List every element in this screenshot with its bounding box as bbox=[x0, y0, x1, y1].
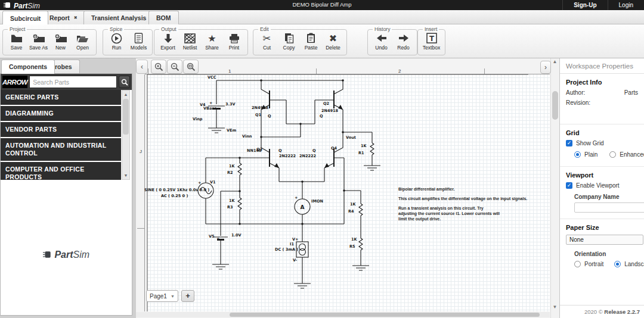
schematic-label: R5 bbox=[349, 244, 355, 249]
scroll-down-icon[interactable]: ▼ bbox=[122, 172, 129, 179]
schematic-canvas[interactable]: 1 2 J bbox=[136, 58, 559, 318]
cut-button[interactable]: ✂Cut bbox=[256, 31, 278, 55]
schematic-label: 1K bbox=[229, 164, 236, 169]
scroll-down-icon[interactable]: ▼ bbox=[551, 304, 559, 311]
enable-viewport-checkbox[interactable]: ✓ bbox=[566, 182, 572, 189]
schematic-label: Q4 bbox=[331, 146, 338, 151]
left-arrow-icon bbox=[376, 32, 387, 45]
zoom-fit-icon bbox=[187, 63, 196, 71]
scrollbar-thumb[interactable] bbox=[552, 91, 558, 120]
horizontal-scrollbar[interactable] bbox=[136, 312, 550, 317]
schematic-label: 2N4918 bbox=[252, 105, 269, 110]
open-button[interactable]: Open bbox=[72, 31, 94, 55]
login-button[interactable]: Login bbox=[608, 0, 644, 10]
download-arrow-icon bbox=[163, 32, 173, 45]
open-folder-icon bbox=[76, 32, 89, 45]
schematic-label: 2N4918 bbox=[321, 108, 339, 113]
netlist-button[interactable]: Netlist bbox=[179, 31, 201, 55]
paste-button[interactable]: Paste bbox=[300, 31, 322, 55]
arrow-logo: ARROW bbox=[2, 76, 27, 88]
grid-plain-radio[interactable] bbox=[574, 151, 581, 158]
folder-new-icon bbox=[54, 32, 67, 45]
toolbar-group-history: History Undo Redo bbox=[367, 29, 417, 55]
run-button[interactable]: Run bbox=[106, 31, 128, 55]
signup-button[interactable]: Sign-Up bbox=[562, 0, 607, 10]
undo-button[interactable]: Undo bbox=[370, 31, 392, 55]
tab-subcircuit[interactable]: Subcircuit bbox=[2, 11, 48, 25]
export-button[interactable]: Export bbox=[157, 31, 179, 55]
release-footer: 2020 © Release 2.2.7 bbox=[560, 305, 644, 318]
scroll-up-icon[interactable]: ▲ bbox=[122, 91, 129, 98]
zoom-in-button[interactable] bbox=[151, 60, 166, 74]
toolbar: Project Save Save As New Open Spice Run … bbox=[0, 24, 644, 58]
schematic-label: Q bbox=[268, 114, 271, 119]
category-diagramming[interactable]: DIAGRAMMING bbox=[1, 106, 121, 121]
company-name-input[interactable] bbox=[574, 202, 644, 213]
category-generic-parts[interactable]: GENERIC PARTS bbox=[1, 90, 121, 105]
save-button[interactable]: Save bbox=[5, 31, 27, 55]
document-title: DEMO Bipolar Diff Amp bbox=[0, 1, 644, 8]
new-button[interactable]: New bbox=[49, 31, 72, 55]
schematic-label: R1 bbox=[358, 151, 364, 155]
add-page-button[interactable]: + bbox=[181, 290, 194, 302]
category-vendor-parts[interactable]: VENDOR PARTS bbox=[1, 122, 121, 137]
save-as-button[interactable]: Save As bbox=[27, 31, 49, 55]
textbox-button[interactable]: TTextbox bbox=[420, 31, 442, 55]
schematic-label: VCC bbox=[208, 75, 216, 80]
schematic-label: R3 bbox=[227, 205, 233, 210]
print-button[interactable]: Print bbox=[223, 31, 245, 55]
revision-label: Revision: bbox=[566, 99, 590, 106]
portrait-radio[interactable] bbox=[574, 261, 581, 267]
schematic-label: Q bbox=[312, 148, 316, 153]
landscape-radio[interactable] bbox=[614, 261, 621, 267]
paper-size-select[interactable]: None bbox=[566, 235, 643, 245]
schematic-label: Q bbox=[320, 114, 323, 119]
top-bar: PartSim DEMO Bipolar Diff Amp Sign-Up Lo… bbox=[0, 0, 644, 10]
schematic-label: V5 bbox=[209, 234, 215, 239]
folder-plus-icon bbox=[32, 32, 45, 45]
category-computer-office[interactable]: COMPUTER AND OFFICE PRODUCTS bbox=[1, 162, 121, 180]
author-label: Author: bbox=[566, 89, 585, 96]
orientation-label: Orientation bbox=[574, 251, 638, 257]
show-grid-checkbox[interactable]: ✓ bbox=[566, 140, 572, 146]
vertical-scrollbar[interactable]: ▲ ▼ bbox=[550, 58, 559, 318]
tab-components[interactable]: Components bbox=[1, 60, 55, 74]
grid-section: Grid ✓Show Grid Plain Enhanced bbox=[560, 124, 644, 167]
collapse-right-panel-button[interactable]: › bbox=[540, 61, 551, 74]
ammeter-letter: A bbox=[301, 204, 305, 210]
right-arrow-icon bbox=[398, 32, 409, 45]
redo-button[interactable]: Redo bbox=[392, 31, 414, 55]
printer-icon bbox=[229, 32, 240, 45]
page-tab[interactable]: Page1▼ bbox=[146, 290, 178, 302]
category-automation[interactable]: AUTOMATION AND INDUSTRIAL CONTROL bbox=[1, 138, 121, 161]
search-button[interactable] bbox=[119, 76, 130, 88]
toolbar-group-output: Output Export Netlist ★Share Print bbox=[154, 29, 248, 55]
share-button[interactable]: ★Share bbox=[201, 31, 223, 55]
zoom-out-button[interactable] bbox=[167, 60, 182, 74]
search-input[interactable] bbox=[29, 76, 117, 88]
annotation-text: Bipolar differential amplifier. This cir… bbox=[398, 186, 527, 222]
close-icon[interactable]: ✖ bbox=[74, 15, 78, 20]
grid-enhanced-radio[interactable] bbox=[609, 151, 616, 158]
tab-bom[interactable]: BOM bbox=[148, 11, 179, 24]
schematic-label: Vout bbox=[346, 135, 356, 140]
schematic-label: R2 bbox=[227, 170, 233, 175]
folder-icon bbox=[11, 32, 23, 45]
textbox-icon: T bbox=[426, 32, 437, 45]
run-icon bbox=[111, 32, 122, 45]
zoom-fit-button[interactable] bbox=[183, 60, 199, 74]
schematic-label: + bbox=[216, 236, 219, 241]
scroll-up-icon[interactable]: ▲ bbox=[551, 58, 559, 66]
models-button[interactable]: Models bbox=[128, 31, 150, 55]
toolbar-group-edit: Edit ✂Cut Copy Paste ✖Delete bbox=[253, 29, 347, 55]
schematic-label: R4 bbox=[348, 209, 354, 214]
copy-button[interactable]: Copy bbox=[278, 31, 300, 55]
search-bar: ARROW bbox=[1, 74, 132, 90]
scrollbar-thumb[interactable] bbox=[230, 313, 540, 317]
workspace-properties-panel: Workspace Properties Project Info Author… bbox=[559, 58, 644, 318]
delete-button[interactable]: ✖Delete bbox=[322, 31, 344, 55]
schematic-label: Q3 bbox=[256, 147, 262, 152]
scrollbar-thumb[interactable] bbox=[123, 99, 129, 135]
category-scrollbar[interactable]: ▲ ▼ bbox=[122, 90, 130, 180]
collapse-left-panel-button[interactable]: ‹ bbox=[136, 60, 148, 74]
